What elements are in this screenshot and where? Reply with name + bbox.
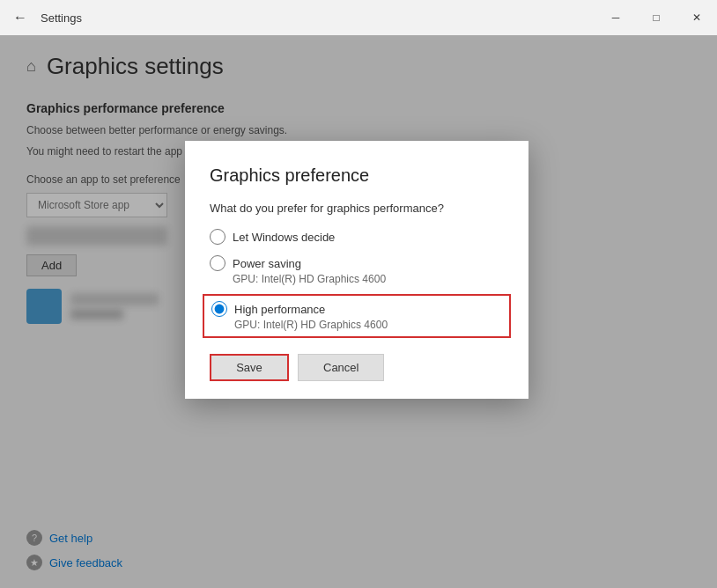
dialog-buttons: Save Cancel — [210, 354, 504, 381]
radio-high-performance[interactable] — [211, 301, 227, 317]
radio-power-saving[interactable] — [210, 255, 225, 271]
title-bar-left: ← Settings — [7, 4, 82, 31]
radio-label-power-saving: Power saving — [233, 257, 301, 270]
graphics-preference-dialog: Graphics preference What do you prefer f… — [185, 141, 529, 399]
dialog-title: Graphics preference — [210, 165, 504, 186]
dialog-question: What do you prefer for graphics performa… — [210, 202, 504, 215]
dialog-overlay: Graphics preference What do you prefer f… — [0, 35, 717, 588]
maximize-button[interactable]: □ — [636, 0, 676, 35]
save-button[interactable]: Save — [210, 354, 289, 381]
radio-sublabel-power-saving: GPU: Intel(R) HD Graphics 4600 — [233, 273, 504, 285]
window-title: Settings — [41, 11, 82, 25]
radio-sublabel-high-performance: GPU: Intel(R) HD Graphics 4600 — [234, 319, 502, 331]
radio-label-high-performance: High performance — [234, 303, 325, 316]
option-power-saving: Power saving GPU: Intel(R) HD Graphics 4… — [210, 255, 504, 285]
close-button[interactable]: ✕ — [676, 0, 717, 35]
radio-let-windows-decide[interactable] — [210, 229, 225, 245]
option-let-windows-decide: Let Windows decide — [210, 229, 504, 245]
main-content: ⌂ Graphics settings Graphics performance… — [0, 35, 717, 588]
option-high-performance: High performance GPU: Intel(R) HD Graphi… — [203, 294, 511, 338]
cancel-button[interactable]: Cancel — [298, 354, 384, 381]
minimize-button[interactable]: ─ — [595, 0, 636, 35]
radio-label-let-windows-decide: Let Windows decide — [233, 231, 335, 244]
back-button[interactable]: ← — [7, 4, 33, 31]
title-bar: ← Settings ─ □ ✕ — [0, 0, 717, 35]
window-controls: ─ □ ✕ — [595, 0, 717, 35]
radio-group: Let Windows decide Power saving GPU: Int… — [210, 229, 504, 336]
